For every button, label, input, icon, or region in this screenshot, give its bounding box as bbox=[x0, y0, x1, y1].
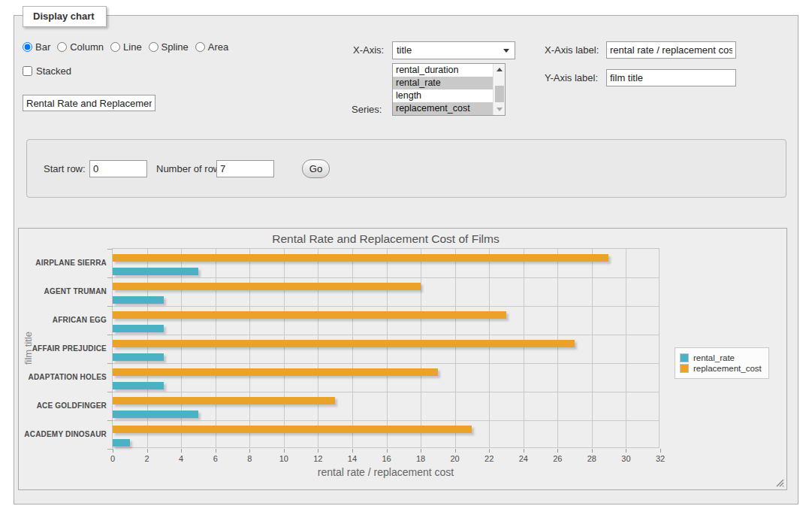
scroll-up-icon[interactable] bbox=[494, 64, 506, 75]
go-button[interactable]: Go bbox=[302, 159, 330, 178]
x-axis-select-label: X-Axis: bbox=[353, 44, 384, 56]
y-tick-mark bbox=[107, 392, 113, 392]
plot-area: 02468101214161820222426283032AIRPLANE SI… bbox=[112, 248, 660, 448]
resize-grip-icon[interactable] bbox=[775, 478, 784, 487]
legend-label: replacement_cost bbox=[693, 364, 762, 373]
x-tick-label: 12 bbox=[303, 454, 333, 463]
stacked-checkbox[interactable] bbox=[23, 66, 32, 76]
bar-replacement_cost bbox=[113, 283, 421, 290]
chart-title: Rental Rate and Replacement Cost of Film… bbox=[112, 232, 660, 246]
category-label: AFFAIR PREJUDICE bbox=[12, 344, 107, 353]
legend-item: replacement_cost bbox=[680, 364, 762, 373]
x-tick-label: 22 bbox=[474, 454, 504, 463]
x-tick-label: 0 bbox=[98, 454, 128, 463]
bar-replacement_cost bbox=[113, 254, 608, 262]
scrollbar-thumb[interactable] bbox=[495, 86, 504, 102]
category-label: AIRPLANE SIERRA bbox=[12, 259, 107, 267]
y-axis-label-input[interactable] bbox=[606, 69, 736, 86]
radio-line-input[interactable] bbox=[110, 42, 120, 52]
radio-column-label: Column bbox=[70, 41, 104, 53]
x-tick-mark bbox=[318, 449, 318, 453]
radio-line[interactable]: Line bbox=[110, 41, 142, 53]
bar-rental_rate bbox=[113, 439, 130, 447]
category-label: AFRICAN EGG bbox=[12, 316, 107, 324]
y-tick-mark bbox=[107, 449, 113, 450]
y-tick-mark bbox=[107, 306, 113, 307]
x-tick-mark bbox=[249, 449, 250, 453]
y-tick-mark bbox=[107, 249, 113, 250]
x-tick-mark bbox=[626, 449, 626, 453]
x-tick-label: 2 bbox=[132, 454, 162, 463]
category-label: ACADEMY DINOSAUR bbox=[12, 430, 107, 438]
x-tick-label: 8 bbox=[234, 454, 264, 463]
chart-title-input[interactable] bbox=[23, 95, 155, 111]
radio-column[interactable]: Column bbox=[57, 41, 104, 53]
x-tick-mark bbox=[421, 449, 421, 453]
x-tick-label: 26 bbox=[542, 454, 572, 463]
x-tick-label: 14 bbox=[337, 454, 367, 463]
start-row-input[interactable] bbox=[89, 160, 147, 177]
x-tick-label: 6 bbox=[201, 454, 231, 463]
x-tick-mark bbox=[489, 449, 490, 453]
radio-area-input[interactable] bbox=[195, 42, 205, 52]
gridline-vertical bbox=[249, 249, 250, 447]
radio-spline[interactable]: Spline bbox=[149, 41, 189, 53]
legend-swatch-icon bbox=[680, 364, 689, 373]
x-tick-mark bbox=[352, 449, 353, 453]
y-tick-mark bbox=[107, 277, 113, 278]
y-axis-label-label: Y-Axis label: bbox=[545, 72, 598, 83]
gridline-vertical bbox=[216, 249, 216, 447]
x-axis-label-input[interactable] bbox=[606, 41, 736, 59]
stacked-checkbox-row[interactable]: Stacked bbox=[23, 65, 71, 77]
x-tick-label: 24 bbox=[509, 454, 539, 463]
legend-label: rental_rate bbox=[693, 353, 735, 362]
bar-replacement_cost bbox=[113, 368, 438, 376]
series-option-rental-duration[interactable]: rental_duration bbox=[393, 64, 505, 77]
x-tick-mark bbox=[524, 449, 524, 453]
gridline-horizontal bbox=[113, 392, 659, 392]
x-tick-mark bbox=[216, 449, 216, 453]
bar-rental_rate bbox=[113, 382, 164, 389]
series-listbox[interactable]: rental_duration rental_rate length repla… bbox=[392, 63, 506, 116]
scroll-down-icon[interactable] bbox=[494, 104, 506, 115]
x-tick-label: 4 bbox=[166, 454, 196, 463]
radio-spline-input[interactable] bbox=[149, 42, 158, 52]
gridline-vertical bbox=[455, 249, 456, 447]
gridline-vertical bbox=[489, 249, 490, 447]
radio-bar-input[interactable] bbox=[23, 42, 32, 52]
category-label: AGENT TRUMAN bbox=[12, 287, 107, 295]
bar-replacement_cost bbox=[113, 311, 506, 319]
gridline-horizontal bbox=[113, 335, 659, 335]
legend-swatch-icon bbox=[680, 353, 689, 362]
chevron-down-icon bbox=[503, 49, 509, 53]
category-label: ADAPTATION HOLES bbox=[12, 373, 107, 381]
gridline-horizontal bbox=[113, 420, 659, 421]
y-tick-mark bbox=[107, 420, 113, 421]
radio-column-input[interactable] bbox=[57, 42, 67, 52]
x-tick-mark bbox=[557, 449, 558, 453]
radio-area[interactable]: Area bbox=[195, 41, 228, 53]
gridline-vertical bbox=[318, 249, 318, 447]
bar-rental_rate bbox=[113, 353, 164, 361]
x-tick-mark bbox=[284, 449, 285, 453]
radio-line-label: Line bbox=[123, 41, 142, 53]
chart-container: Rental Rate and Replacement Cost of Film… bbox=[18, 228, 787, 490]
radio-bar[interactable]: Bar bbox=[23, 41, 50, 53]
x-axis-select[interactable]: title bbox=[392, 41, 515, 59]
category-label: ACE GOLDFINGER bbox=[12, 401, 107, 410]
series-option-replacement-cost[interactable]: replacement_cost bbox=[393, 102, 505, 115]
start-row-label: Start row: bbox=[44, 163, 86, 174]
x-tick-label: 30 bbox=[611, 454, 641, 463]
listbox-scrollbar[interactable] bbox=[493, 64, 505, 115]
gridline-horizontal bbox=[113, 277, 659, 278]
gridline-vertical bbox=[592, 249, 593, 447]
series-option-rental-rate[interactable]: rental_rate bbox=[393, 77, 505, 89]
gridline-vertical bbox=[524, 249, 524, 447]
number-of-rows-input[interactable] bbox=[216, 160, 274, 177]
series-option-length[interactable]: length bbox=[393, 89, 505, 102]
panel-title: Display chart bbox=[23, 6, 107, 27]
x-axis-label-label: X-Axis label: bbox=[545, 44, 599, 56]
radio-bar-label: Bar bbox=[35, 41, 50, 53]
gridline-horizontal bbox=[113, 363, 659, 364]
y-tick-mark bbox=[107, 335, 113, 335]
